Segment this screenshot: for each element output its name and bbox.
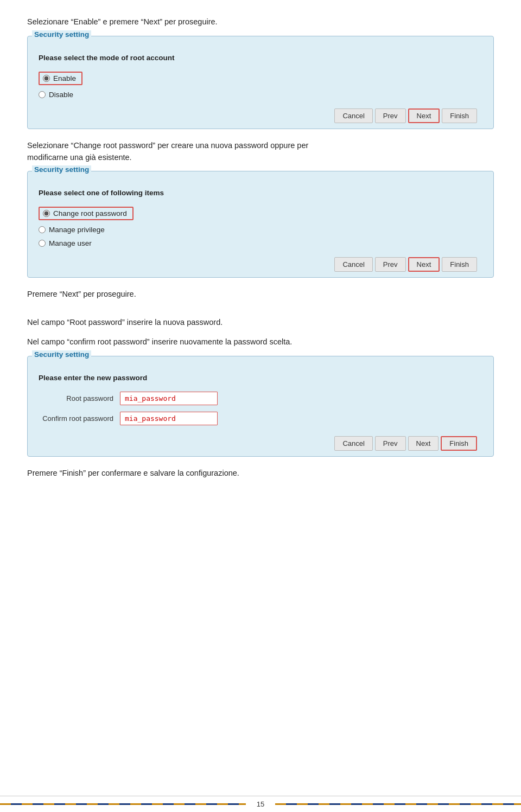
section1-box-title: Security setting <box>32 30 91 39</box>
section3-confirm-label: Confirm root password <box>39 414 120 423</box>
section2-label-user: Manage user <box>49 239 92 247</box>
section2-btn-row: Cancel Prev Next Finish <box>39 253 482 272</box>
section3-cancel-button[interactable]: Cancel <box>334 436 372 451</box>
section3-finish-button[interactable]: Finish <box>441 436 477 451</box>
section3-box-title: Security setting <box>32 350 91 359</box>
section3-root-password-row: Root password <box>39 392 482 405</box>
section2-option-privilege[interactable]: Manage privilege <box>39 226 482 234</box>
section1-btn-row: Cancel Prev Next Finish <box>39 104 482 123</box>
section2-question: Please select one of following items <box>39 189 482 197</box>
section1-label-enable: Enable <box>53 74 76 82</box>
section2-radio-user[interactable] <box>39 240 46 247</box>
footer-line-left <box>0 803 246 805</box>
section1-finish-button[interactable]: Finish <box>442 108 477 123</box>
section1-options: Enable Disable <box>39 72 482 99</box>
section1-label-disable: Disable <box>49 91 73 99</box>
section1-question: Please select the mode of root account <box>39 54 482 62</box>
section3-next-button[interactable]: Next <box>408 436 439 451</box>
page-number: 15 <box>257 800 264 808</box>
footer-line-right <box>275 803 521 805</box>
section2-cancel-button[interactable]: Cancel <box>334 257 372 272</box>
section3-intro4: Nel campo “confirm root password” inseri… <box>27 336 494 348</box>
section1-radio-disable[interactable] <box>39 91 46 98</box>
section3-prev-button[interactable]: Prev <box>375 436 406 451</box>
section2-finish-button[interactable]: Finish <box>442 257 477 272</box>
section1-next-button[interactable]: Next <box>408 108 440 123</box>
section2-intro1: Selezionare “Change root password” per c… <box>27 140 494 164</box>
section2-box-title: Security setting <box>32 165 91 174</box>
section2-security-box: Security setting Please select one of fo… <box>27 171 494 278</box>
section2-options: Change root password Manage privilege Ma… <box>39 207 482 247</box>
section3-root-password-input[interactable] <box>120 392 218 405</box>
section2-label-privilege: Manage privilege <box>49 226 105 234</box>
section2-radio-privilege[interactable] <box>39 226 46 233</box>
section2-next-button[interactable]: Next <box>408 257 440 272</box>
section2-label-change: Change root password <box>53 209 127 218</box>
section3-question: Please enter the new password <box>39 374 482 382</box>
section3-root-label: Root password <box>39 394 120 402</box>
section2-prev-button[interactable]: Prev <box>375 257 406 272</box>
section4-outro: Premere “Finish” per confermare e salvar… <box>27 468 494 479</box>
section3-confirm-password-row: Confirm root password <box>39 412 482 425</box>
section3-intro1: Premere “Next” per proseguire. <box>27 289 494 300</box>
section2-option-change[interactable]: Change root password <box>39 207 482 220</box>
section1-cancel-button[interactable]: Cancel <box>334 108 372 123</box>
section3-security-box: Security setting Please enter the new pa… <box>27 356 494 457</box>
page-footer: 15 <box>0 796 521 812</box>
section3-btn-row: Cancel Prev Next Finish <box>39 432 482 451</box>
section1-radio-enable[interactable] <box>43 75 50 82</box>
section2-option-user[interactable]: Manage user <box>39 239 482 247</box>
section1-intro: Selezionare “Enable” e premere “Next” pe… <box>27 16 494 28</box>
section3-intro3: Nel campo “Root password” inserire la nu… <box>27 317 494 329</box>
section2-radio-change[interactable] <box>43 210 50 217</box>
section3-confirm-password-input[interactable] <box>120 412 218 425</box>
section1-prev-button[interactable]: Prev <box>375 108 406 123</box>
section1-option-disable[interactable]: Disable <box>39 91 482 99</box>
section1-option-enable[interactable]: Enable <box>39 72 482 85</box>
section1-security-box: Security setting Please select the mode … <box>27 36 494 129</box>
